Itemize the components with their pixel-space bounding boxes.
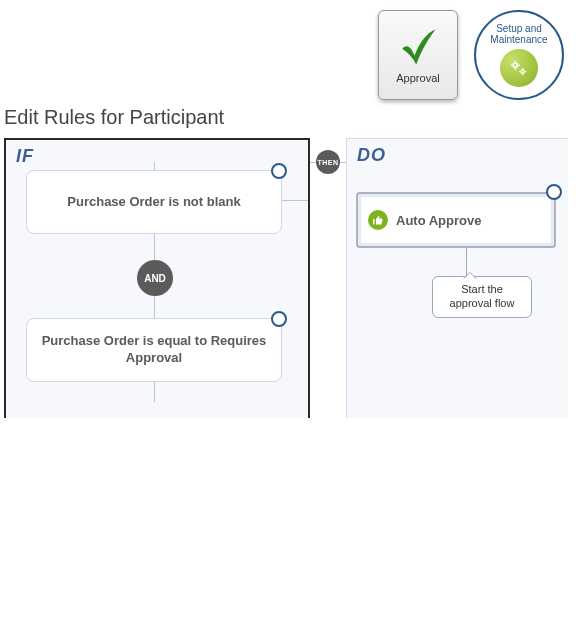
flow-line bbox=[154, 296, 155, 318]
flow-line bbox=[154, 382, 155, 402]
svg-rect-8 bbox=[522, 68, 523, 69]
if-header: IF bbox=[16, 146, 34, 167]
approval-badge[interactable]: Approval bbox=[378, 10, 458, 100]
svg-rect-2 bbox=[515, 61, 516, 63]
thumbs-up-icon bbox=[368, 210, 388, 230]
flow-line bbox=[282, 200, 308, 201]
flow-line bbox=[154, 162, 155, 170]
svg-rect-4 bbox=[511, 65, 513, 66]
then-connector: THEN bbox=[316, 150, 340, 174]
do-header: DO bbox=[357, 145, 386, 166]
checkmark-icon bbox=[397, 26, 439, 68]
condition-text: Purchase Order is not blank bbox=[67, 194, 240, 211]
action-card-label: Auto Approve bbox=[396, 213, 481, 228]
handle-icon[interactable] bbox=[271, 311, 287, 327]
setup-badge-label: Setup and Maintenance bbox=[490, 23, 547, 45]
handle-icon[interactable] bbox=[271, 163, 287, 179]
callout-tooltip: Start the approval flow bbox=[432, 276, 532, 318]
condition-card[interactable]: Purchase Order is not blank bbox=[26, 170, 282, 234]
handle-icon[interactable] bbox=[546, 184, 562, 200]
flow-line bbox=[154, 234, 155, 260]
svg-rect-5 bbox=[518, 65, 520, 66]
condition-text: Purchase Order is equal to Requires Appr… bbox=[41, 333, 267, 367]
approval-badge-label: Approval bbox=[396, 72, 439, 84]
svg-rect-9 bbox=[522, 74, 523, 75]
svg-point-7 bbox=[522, 71, 524, 73]
condition-card[interactable]: Purchase Order is equal to Requires Appr… bbox=[26, 318, 282, 382]
gear-icon bbox=[500, 49, 538, 87]
svg-rect-11 bbox=[525, 71, 526, 72]
svg-rect-10 bbox=[519, 71, 520, 72]
and-connector: AND bbox=[137, 260, 173, 296]
action-card-auto-approve[interactable]: Auto Approve bbox=[356, 192, 556, 248]
setup-maintenance-badge[interactable]: Setup and Maintenance bbox=[474, 10, 564, 100]
svg-point-1 bbox=[514, 64, 516, 66]
svg-rect-3 bbox=[515, 68, 516, 70]
page-title: Edit Rules for Participant bbox=[4, 106, 224, 129]
